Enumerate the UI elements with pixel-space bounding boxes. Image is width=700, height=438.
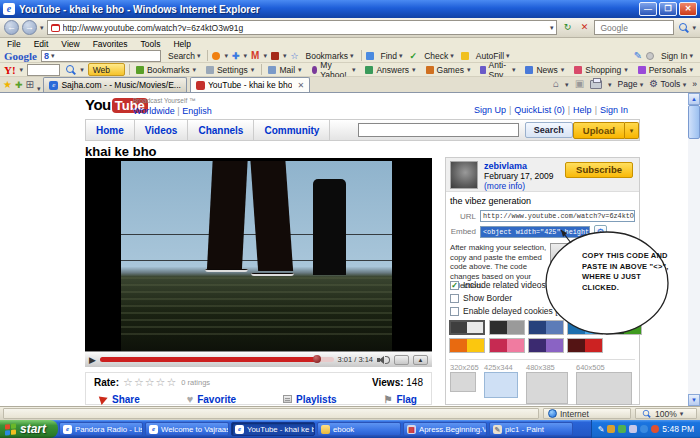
add-icon[interactable]: ✚ [232, 51, 240, 61]
menu-file[interactable]: File [7, 39, 21, 49]
menu-help[interactable]: Help [173, 39, 190, 49]
page-menu-button[interactable]: Page ▾ [618, 79, 644, 89]
forward-button[interactable]: → [22, 20, 37, 35]
nav-community[interactable]: Community [254, 120, 330, 140]
taskbar-item-vajra[interactable]: eWelcome to Vajraasy... [145, 422, 229, 436]
video-player[interactable]: ▶ 3:01 / 3:14 ▲ [85, 158, 432, 367]
search-provider-dropdown-icon[interactable]: ▾ [692, 24, 696, 31]
volume-icon[interactable] [377, 355, 390, 365]
share-button[interactable]: Share [100, 394, 140, 405]
menu-view[interactable]: View [61, 39, 79, 49]
favorites-center-icon[interactable]: ★ [3, 78, 12, 92]
tools-menu-button[interactable]: ⚙ Tools ▾ [649, 78, 686, 90]
chevron-down-icon[interactable]: ▾ [80, 66, 84, 73]
zoom-dropdown-icon[interactable]: ▾ [680, 410, 684, 417]
tab-sajha[interactable]: e Sajha.com - - Music/Movies/E... [43, 77, 187, 92]
history-dropdown-icon[interactable]: ▾ [40, 24, 44, 31]
address-input[interactable] [63, 22, 547, 34]
upload-dropdown-icon[interactable]: ▾ [625, 122, 639, 139]
chevron-down-icon[interactable]: ▾ [565, 81, 569, 88]
worldwide-link[interactable]: Worldwide [133, 106, 175, 116]
playlists-button[interactable]: Playlists [283, 394, 337, 405]
play-button[interactable]: ▶ [89, 355, 96, 365]
chevron-down-icon[interactable]: ▾ [608, 81, 612, 88]
english-link[interactable]: English [182, 106, 212, 116]
fullscreen-button[interactable]: ▲ [413, 355, 428, 365]
size-option-320[interactable] [450, 372, 476, 392]
zoom-panel[interactable]: 100% ▾ [635, 408, 697, 419]
chevron-down-icon[interactable]: ▾ [283, 52, 287, 59]
chevron-down-icon[interactable]: ▾ [20, 66, 24, 73]
yahoo-news-button[interactable]: News▾ [522, 64, 567, 76]
google-find-button[interactable]: Find▾ [378, 50, 406, 62]
tray-icon[interactable] [607, 425, 615, 433]
menu-tools[interactable]: Tools [141, 39, 161, 49]
google-search-button[interactable]: Search▾ [165, 50, 203, 62]
pencil-icon[interactable]: ✎ [634, 50, 642, 61]
yahoo-mail-button[interactable]: Mail▾ [265, 64, 304, 76]
tray-icon[interactable] [618, 425, 626, 433]
taskbar-item-pandora[interactable]: ePandora Radio - Liste... [59, 422, 143, 436]
sign-in-link[interactable]: Sign In [600, 105, 628, 115]
scroll-down-icon[interactable]: ▼ [688, 394, 700, 406]
close-button[interactable]: ✕ [679, 2, 697, 16]
share-orb-icon[interactable] [212, 52, 220, 60]
quick-tabs-icon[interactable]: ⊞ [26, 78, 34, 92]
google-search-input[interactable] [57, 50, 172, 62]
toolbar-overflow-icon[interactable]: » [692, 79, 697, 89]
refresh-button[interactable]: ↻ [560, 20, 574, 35]
google-sign-in-button[interactable]: Sign In▾ [658, 50, 696, 62]
taskbar-item-youtube[interactable]: eYouTube - khai ke bh... [231, 422, 315, 436]
upload-button[interactable]: Upload [573, 122, 625, 139]
tab-close-icon[interactable]: ✕ [295, 81, 304, 90]
seek-bar[interactable] [100, 357, 334, 362]
print-icon[interactable] [590, 80, 602, 89]
tab-youtube[interactable]: YouTube - khai ke bho ✕ [190, 77, 310, 92]
yahoo-web-search-button[interactable]: Web Search [88, 63, 125, 76]
yahoo-anti-spy-button[interactable]: Anti-Spy▾ [477, 64, 518, 76]
address-dropdown-icon[interactable]: ▾ [550, 24, 554, 31]
minimize-button[interactable]: — [639, 2, 657, 16]
tray-pen-icon[interactable]: ✎ [598, 425, 605, 434]
blogger-icon[interactable] [271, 52, 279, 60]
feeds-icon[interactable]: ▣ [575, 78, 584, 90]
menu-favorites[interactable]: Favorites [93, 39, 128, 49]
size-option-480[interactable] [526, 372, 568, 404]
chevron-down-icon[interactable]: ▾ [224, 52, 228, 59]
chevron-down-icon[interactable]: ▾ [244, 52, 248, 59]
yahoo-games-button[interactable]: Games▾ [423, 64, 474, 76]
nav-channels[interactable]: Channels [188, 120, 254, 140]
help-link[interactable]: Help [573, 105, 592, 115]
tray-icon[interactable] [640, 425, 648, 433]
tray-icon[interactable] [651, 425, 659, 433]
menu-edit[interactable]: Edit [34, 39, 49, 49]
player-size-button[interactable] [394, 355, 409, 365]
taskbar-item-ebook[interactable]: ebook [317, 422, 401, 436]
chevron-down-icon[interactable]: ▾ [51, 52, 55, 59]
stop-button[interactable]: ✕ [577, 20, 591, 35]
search-icon[interactable] [64, 63, 76, 76]
maximize-button[interactable]: ❒ [659, 2, 677, 16]
taskbar-item-paint[interactable]: ✎pic1 - Paint [489, 422, 573, 436]
yahoo-settings-button[interactable]: Settings▾ [203, 64, 257, 76]
gmail-icon[interactable]: M [251, 50, 259, 61]
size-option-640[interactable] [576, 372, 632, 405]
sign-up-link[interactable]: Sign Up [474, 105, 506, 115]
scrollbar-thumb[interactable] [688, 105, 700, 139]
start-button[interactable]: start [0, 420, 58, 438]
yahoo-my-yahoo-button[interactable]: My Yahoo!▾ [309, 64, 359, 76]
scroll-up-icon[interactable]: ▲ [688, 93, 700, 105]
youtube-search-button[interactable]: Search [525, 122, 573, 138]
quicklist-link[interactable]: QuickList (0) [514, 105, 565, 115]
rating-stars[interactable]: ☆☆☆☆☆ [123, 376, 177, 389]
favorite-button[interactable]: ♥Favorite [187, 393, 236, 405]
chevron-down-icon[interactable]: ▾ [263, 52, 267, 59]
tab-list-dropdown-icon[interactable]: ▾ [37, 85, 41, 92]
nav-videos[interactable]: Videos [135, 120, 189, 140]
add-favorite-icon[interactable]: ✚ [15, 78, 23, 92]
yahoo-bookmarks-button[interactable]: Bookmarks▾ [133, 64, 199, 76]
yahoo-shopping-button[interactable]: Shopping▾ [571, 64, 630, 76]
google-check-button[interactable]: Check▾ [421, 50, 457, 62]
youtube-search-input[interactable] [358, 123, 518, 137]
vertical-scrollbar[interactable]: ▲ ▼ [688, 93, 700, 406]
